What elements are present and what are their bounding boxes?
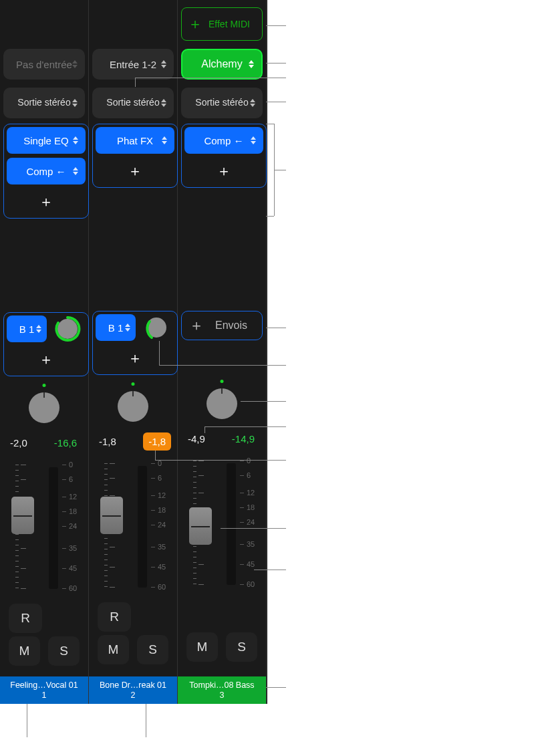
add-plugin-button[interactable]: ＋	[7, 188, 86, 215]
mute-button[interactable]: M	[9, 636, 40, 666]
level-meter	[49, 467, 58, 589]
callout-line	[159, 365, 286, 366]
add-send-button[interactable]: ＋	[7, 346, 86, 373]
output-slot[interactable]: Sortie stéréo	[92, 88, 174, 118]
scale-number: 60	[247, 580, 255, 588]
callout-line	[135, 78, 136, 87]
scale-number: 35	[69, 544, 77, 552]
scale-number: 12	[69, 493, 77, 501]
input-slot[interactable]: Pas d'entrée	[3, 49, 85, 80]
scale-number: 60	[69, 584, 77, 592]
plugin-slot[interactable]: Single EQ	[7, 127, 86, 154]
plugin-label: Phat FX	[117, 135, 153, 146]
plugin-slot[interactable]: Comp ←	[184, 127, 263, 154]
track-number: 1	[42, 690, 47, 701]
callout-line	[204, 426, 286, 427]
input-label: Pas d'entrée	[16, 59, 72, 70]
volume-fader[interactable]	[189, 507, 212, 545]
scale-number: 24	[247, 518, 255, 526]
add-send-button[interactable]: ＋ Envois	[181, 311, 263, 340]
chevron-updown-icon	[71, 59, 78, 70]
record-enable-button[interactable]: R	[98, 602, 131, 632]
track-name: Tompki…08 Bass	[189, 680, 254, 690]
button-label: M	[19, 644, 30, 658]
level-meter	[227, 463, 236, 585]
level-readout: -4,9 -14,9	[181, 426, 263, 451]
output-slot[interactable]: Sortie stéréo	[3, 88, 85, 118]
record-enable-button[interactable]: R	[9, 604, 42, 633]
plus-icon: ＋	[39, 353, 53, 366]
pan-knob[interactable]	[114, 388, 152, 425]
send-level-knob[interactable]	[142, 313, 170, 342]
scale-number: 45	[158, 563, 166, 571]
scale-number: 45	[69, 564, 77, 572]
fader-db-value: -1,8	[99, 436, 116, 447]
solo-button[interactable]: S	[48, 636, 80, 666]
peak-db-value[interactable]: -14,9	[227, 430, 260, 448]
pan-knob[interactable]	[203, 385, 241, 422]
fader-area: 06121824354560	[3, 455, 85, 602]
chevron-updown-icon	[72, 166, 79, 176]
output-label: Sortie stéréo	[17, 98, 70, 108]
plugin-label: Comp ←	[204, 135, 243, 146]
track-number: 3	[220, 690, 225, 701]
chevron-updown-icon	[247, 59, 255, 70]
input-slot[interactable]: Entrée 1-2	[92, 49, 174, 80]
plugin-label: Comp ←	[26, 166, 65, 177]
output-slot[interactable]: Sortie stéréo	[181, 88, 263, 118]
send-level-knob[interactable]	[53, 315, 82, 343]
level-meter	[138, 466, 147, 588]
callout-line	[27, 704, 27, 737]
scale-number: 60	[158, 583, 166, 591]
fader-area: 06121824354560	[92, 454, 174, 601]
scale-number: 18	[69, 507, 77, 515]
pan-indicator-dot	[221, 380, 224, 383]
pan-knob[interactable]	[25, 389, 63, 426]
chevron-updown-icon	[160, 135, 168, 146]
add-plugin-button[interactable]: ＋	[184, 158, 263, 184]
peak-db-value[interactable]: -16,6	[49, 434, 82, 452]
callout-line	[266, 216, 274, 217]
send-bus-slot[interactable]: B 1	[96, 314, 136, 341]
meter-scale: 06121824354560	[62, 465, 81, 592]
meter-scale: 06121824354560	[151, 463, 170, 590]
level-readout: -2,0 -16,6	[3, 430, 85, 455]
plugin-label: Single EQ	[23, 135, 69, 146]
solo-button[interactable]: S	[137, 635, 168, 664]
volume-fader[interactable]	[11, 497, 34, 534]
envois-label: Envois	[215, 320, 247, 332]
callout-line	[274, 170, 286, 170]
bus-label: B 1	[19, 324, 35, 335]
chevron-updown-icon	[72, 135, 79, 146]
volume-fader[interactable]	[100, 497, 123, 534]
mixer: Pas d'entrée Sortie stéréo Single EQ Com…	[0, 0, 267, 704]
plugin-slot[interactable]: Phat FX	[96, 127, 174, 154]
scale-number: 6	[158, 474, 162, 482]
peak-db-value[interactable]: -1,8	[143, 432, 171, 451]
mute-button[interactable]: M	[186, 632, 218, 662]
plugin-slot[interactable]: Comp ←	[7, 158, 86, 184]
plus-icon: ＋	[188, 17, 202, 31]
track-header[interactable]: Feeling…Vocal 01 1	[0, 676, 88, 704]
track-name: Bone Dr…reak 01	[100, 680, 166, 690]
mute-button[interactable]: M	[98, 635, 129, 664]
callout-line	[266, 124, 274, 124]
scale-number: 45	[247, 560, 255, 568]
add-send-button[interactable]: ＋	[96, 345, 174, 372]
add-plugin-button[interactable]: ＋	[96, 158, 174, 184]
instrument-slot[interactable]: Alchemy	[181, 49, 263, 80]
button-label: S	[148, 642, 157, 657]
plus-icon: ＋	[128, 352, 142, 365]
plus-icon: ＋	[217, 164, 231, 178]
send-bus-slot[interactable]: B 1	[7, 316, 47, 342]
pan-indicator-dot	[132, 382, 135, 386]
button-label: S	[59, 644, 68, 658]
pan-indicator-dot	[43, 384, 46, 387]
scale-number: 0	[69, 461, 73, 469]
callout-line	[241, 401, 286, 402]
track-header[interactable]: Bone Dr…reak 01 2	[89, 676, 177, 704]
solo-button[interactable]: S	[226, 632, 257, 662]
callout-line	[266, 25, 286, 26]
track-header[interactable]: Tompki…08 Bass 3	[178, 676, 266, 704]
midi-effect-slot[interactable]: ＋ Effet MIDI	[181, 7, 263, 41]
